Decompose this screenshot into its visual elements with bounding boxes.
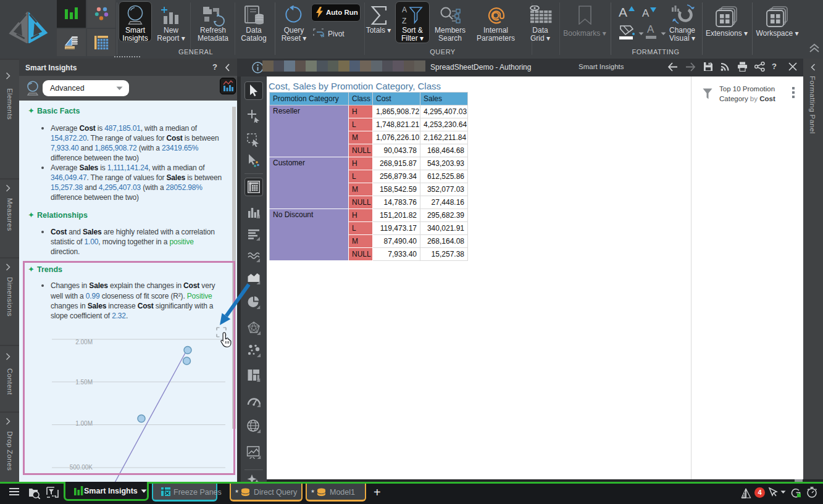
svg-text:A: A <box>402 6 407 14</box>
svg-text:Z: Z <box>402 17 406 25</box>
